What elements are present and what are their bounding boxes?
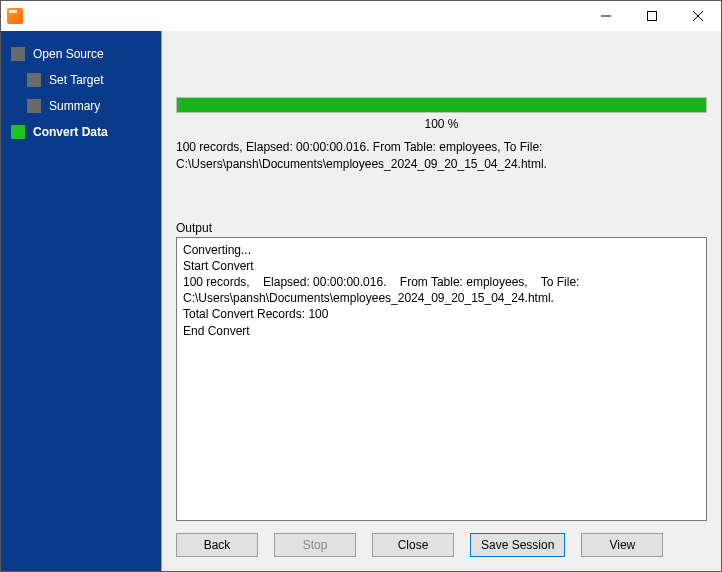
status-line-1: 100 records, Elapsed: 00:00:00.016. From… <box>176 139 707 156</box>
minimize-icon <box>601 11 611 21</box>
button-row: Back Stop Close Save Session View <box>162 521 721 571</box>
maximize-button[interactable] <box>629 1 675 31</box>
step-indicator-icon <box>27 73 41 87</box>
progress-area: 100 % <box>176 97 707 137</box>
step-label: Convert Data <box>33 125 108 139</box>
step-indicator-icon <box>11 47 25 61</box>
close-window-button[interactable] <box>675 1 721 31</box>
svg-rect-0 <box>648 12 657 21</box>
maximize-icon <box>647 11 657 21</box>
sidebar: Open Source Set Target Summary Convert D… <box>1 31 161 571</box>
minimize-button[interactable] <box>583 1 629 31</box>
app-icon <box>7 8 23 24</box>
content-pane: 100 % 100 records, Elapsed: 00:00:00.016… <box>161 31 721 571</box>
progress-percent-label: 100 % <box>176 113 707 137</box>
step-indicator-icon <box>11 125 25 139</box>
status-text: 100 records, Elapsed: 00:00:00.016. From… <box>176 137 707 181</box>
step-label: Set Target <box>49 73 103 87</box>
content-inner: 100 % 100 records, Elapsed: 00:00:00.016… <box>162 31 721 521</box>
step-indicator-icon <box>27 99 41 113</box>
step-open-source[interactable]: Open Source <box>7 41 155 67</box>
window-body: Open Source Set Target Summary Convert D… <box>1 31 721 571</box>
view-button[interactable]: View <box>581 533 663 557</box>
output-textarea[interactable]: Converting... Start Convert 100 records,… <box>176 237 707 521</box>
progress-bar <box>176 97 707 113</box>
progress-fill <box>177 98 706 112</box>
stop-button: Stop <box>274 533 356 557</box>
step-summary[interactable]: Summary <box>7 93 155 119</box>
close-button[interactable]: Close <box>372 533 454 557</box>
back-button[interactable]: Back <box>176 533 258 557</box>
output-label: Output <box>176 221 707 235</box>
save-session-button[interactable]: Save Session <box>470 533 565 557</box>
step-convert-data[interactable]: Convert Data <box>7 119 155 145</box>
app-window: Open Source Set Target Summary Convert D… <box>0 0 722 572</box>
status-line-2: C:\Users\pansh\Documents\employees_2024_… <box>176 156 707 173</box>
titlebar <box>1 1 721 31</box>
step-set-target[interactable]: Set Target <box>7 67 155 93</box>
wizard-steps: Open Source Set Target Summary Convert D… <box>7 41 155 145</box>
step-label: Summary <box>49 99 100 113</box>
close-icon <box>693 11 703 21</box>
step-label: Open Source <box>33 47 104 61</box>
